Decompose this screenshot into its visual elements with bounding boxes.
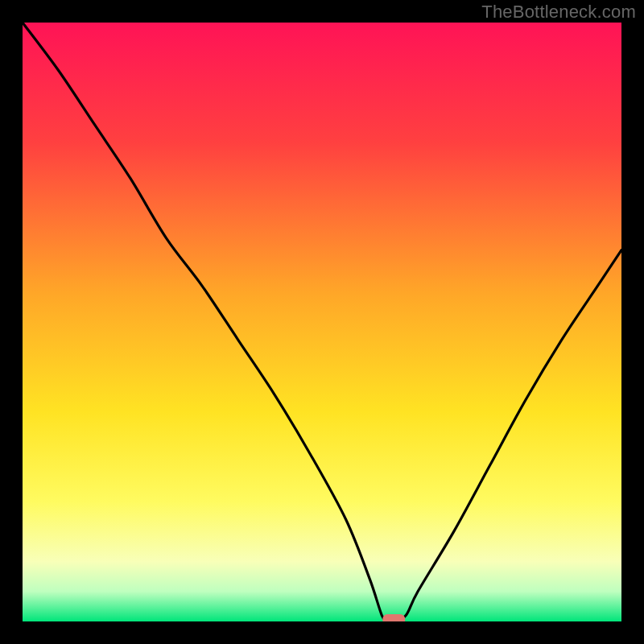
bottleneck-chart [23,23,621,621]
plot-area [23,23,621,621]
chart-frame: TheBottleneck.com [0,0,644,644]
watermark-text: TheBottleneck.com [481,2,636,23]
gradient-background [23,23,621,621]
optimal-point-marker [382,614,405,621]
